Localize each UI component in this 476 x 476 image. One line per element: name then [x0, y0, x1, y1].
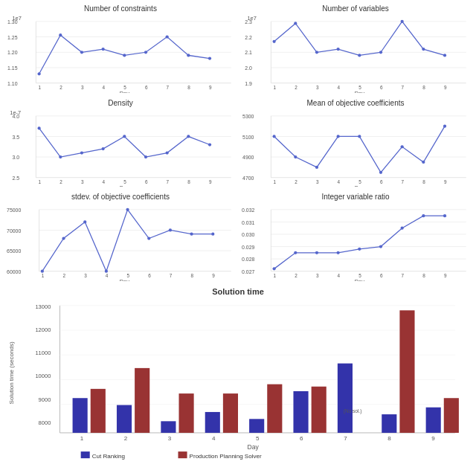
svg-text:4: 4	[338, 85, 341, 90]
bar-day4-s2	[223, 393, 238, 433]
svg-point-60	[422, 48, 425, 51]
svg-text:Day: Day	[120, 184, 129, 187]
svg-point-145	[190, 233, 193, 236]
svg-text:0.032: 0.032	[242, 208, 254, 213]
svg-text:12000: 12000	[35, 327, 51, 333]
svg-text:9: 9	[444, 85, 447, 90]
svg-text:3: 3	[316, 179, 319, 184]
chart-stdev-obj-title: stdev. of objective coefficients	[6, 193, 235, 201]
svg-text:1: 1	[39, 85, 42, 90]
legend-cut-ranking-icon	[81, 451, 90, 458]
svg-text:0.030: 0.030	[242, 232, 254, 237]
svg-point-82	[37, 126, 40, 129]
svg-text:5300: 5300	[242, 114, 254, 119]
svg-point-146	[211, 233, 214, 236]
svg-text:6: 6	[380, 179, 383, 184]
svg-text:1: 1	[274, 179, 277, 184]
svg-point-61	[443, 54, 446, 57]
svg-point-114	[358, 135, 361, 138]
svg-point-118	[443, 124, 446, 127]
chart-stdev-obj-svg: 75000 70000 65000 60000 1 2 3 4 5 6 7 8 …	[6, 202, 235, 281]
svg-text:7: 7	[344, 435, 347, 442]
bar-day9-s2	[444, 398, 459, 433]
svg-text:2: 2	[124, 435, 128, 442]
svg-text:6: 6	[380, 274, 383, 279]
svg-text:60000: 60000	[7, 269, 21, 274]
svg-text:2.2: 2.2	[245, 35, 252, 40]
svg-point-29	[187, 54, 190, 57]
svg-text:3: 3	[81, 179, 84, 184]
svg-point-173	[337, 251, 340, 254]
svg-point-87	[144, 155, 147, 158]
svg-text:8: 8	[187, 179, 190, 184]
svg-text:(No sol.): (No sol.)	[344, 408, 362, 414]
svg-text:7: 7	[170, 274, 173, 279]
svg-point-30	[208, 57, 211, 60]
svg-text:5: 5	[256, 435, 260, 442]
svg-text:75000: 75000	[7, 208, 21, 213]
svg-point-85	[102, 147, 105, 150]
svg-text:4: 4	[106, 274, 109, 279]
chart-solution-time-svg: 13000 12000 11000 10000 9000 8000 Soluti…	[6, 298, 470, 467]
chart-variables-svg: 1e7 2.3 2.2 2.1 2.0 1.9 1 2 3 4 5 6 7 8	[241, 13, 470, 93]
svg-text:2.5: 2.5	[12, 176, 19, 181]
svg-text:9: 9	[212, 274, 215, 279]
svg-text:2.0: 2.0	[245, 65, 252, 71]
svg-text:9: 9	[444, 274, 447, 279]
svg-text:Day: Day	[355, 90, 364, 93]
svg-text:8: 8	[387, 435, 391, 442]
svg-point-177	[422, 214, 425, 217]
svg-point-171	[294, 251, 297, 254]
svg-text:7: 7	[167, 85, 170, 90]
svg-point-59	[401, 20, 404, 23]
legend-cut-ranking-label: Cut Ranking	[92, 453, 125, 460]
bar-day8-s1	[382, 414, 396, 433]
svg-text:5100: 5100	[242, 134, 254, 139]
svg-text:1.25: 1.25	[7, 35, 18, 40]
svg-point-57	[358, 54, 361, 57]
svg-point-140	[83, 221, 86, 224]
svg-text:6: 6	[145, 179, 148, 184]
chart-variables: Number of variables 1e7 2.3 2.2 2.1 2.0 …	[238, 3, 473, 97]
svg-text:4: 4	[103, 179, 106, 184]
svg-text:13000: 13000	[35, 303, 51, 310]
bar-day2-s2	[135, 368, 149, 433]
bar-day3-s2	[178, 393, 193, 433]
legend-pps-label: Production Planning Solver	[190, 453, 262, 460]
svg-point-54	[294, 22, 297, 25]
chart-density-svg: 1e-7 4.0 3.5 3.0 2.5 1 2 3 4 5 6 7 8 9 D…	[6, 108, 235, 187]
svg-text:9: 9	[209, 179, 212, 184]
svg-point-111	[294, 155, 297, 158]
svg-point-26	[123, 54, 126, 57]
svg-text:2.1: 2.1	[245, 50, 252, 55]
svg-point-86	[123, 135, 126, 138]
svg-text:11000: 11000	[35, 350, 51, 356]
bar-day8-s2	[399, 310, 414, 433]
svg-text:6: 6	[300, 435, 303, 442]
svg-text:65000: 65000	[7, 249, 21, 254]
svg-text:2: 2	[62, 274, 65, 279]
bar-day5-s2	[267, 385, 282, 433]
svg-text:1.10: 1.10	[7, 81, 18, 86]
svg-point-139	[62, 237, 65, 240]
chart-stdev-obj: stdev. of objective coefficients 75000 7…	[3, 191, 238, 286]
svg-text:2: 2	[60, 85, 62, 90]
svg-point-90	[208, 143, 211, 146]
chart-constraints: Number of constraints 1e7 1.30 1.25 1.20…	[3, 3, 238, 97]
svg-text:7: 7	[402, 179, 405, 184]
svg-point-88	[166, 151, 169, 154]
svg-point-176	[401, 227, 404, 230]
svg-text:4: 4	[212, 435, 216, 442]
svg-point-28	[166, 35, 169, 38]
svg-text:10000: 10000	[35, 373, 51, 379]
svg-text:8: 8	[187, 85, 190, 90]
legend-pps-icon	[178, 451, 187, 458]
svg-text:1: 1	[274, 274, 277, 279]
svg-text:0.029: 0.029	[242, 245, 254, 250]
svg-text:1.9: 1.9	[245, 81, 252, 86]
svg-point-83	[59, 155, 62, 158]
svg-point-115	[379, 170, 382, 173]
bar-day6-s1	[293, 391, 308, 433]
svg-text:3.5: 3.5	[12, 134, 19, 139]
chart-density: Density 1e-7 4.0 3.5 3.0 2.5 1 2 3 4 5 6…	[3, 97, 238, 192]
